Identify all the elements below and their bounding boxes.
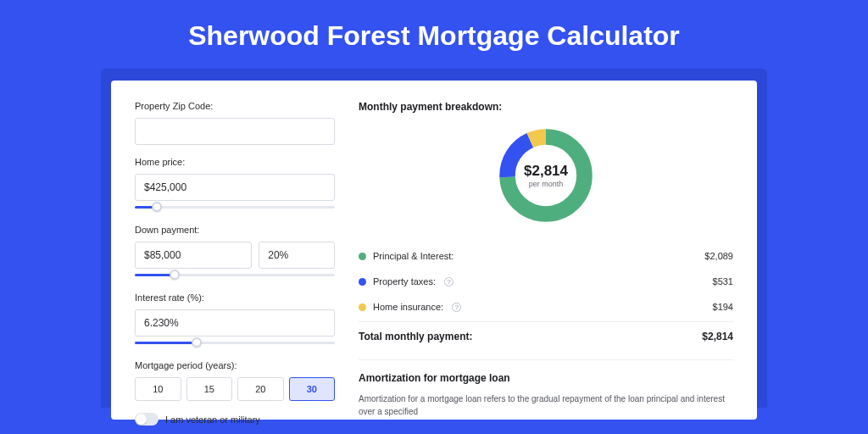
donut-chart: $2,814 per month	[495, 125, 597, 226]
total-value: $2,814	[702, 331, 733, 342]
breakdown-title: Monthly payment breakdown:	[359, 101, 733, 113]
home-price-field: Home price:	[135, 157, 335, 213]
info-icon[interactable]: ?	[452, 303, 461, 312]
veteran-toggle-row: I am veteran or military	[135, 413, 335, 426]
veteran-toggle[interactable]	[135, 413, 159, 426]
calculator-card-stack: Property Zip Code: Home price: Down paym…	[101, 69, 767, 408]
amortization-title: Amortization for mortgage loan	[359, 372, 733, 384]
breakdown-legend: Principal & Interest:$2,089Property taxe…	[359, 243, 733, 320]
donut-sub-label: per month	[529, 180, 564, 188]
amortization-text: Amortization for a mortgage loan refers …	[359, 392, 733, 418]
down-payment-label: Down payment:	[135, 225, 335, 235]
donut-total-amount: $2,814	[524, 163, 568, 180]
donut-chart-wrap: $2,814 per month	[359, 125, 733, 226]
total-label: Total monthly payment:	[359, 331, 472, 342]
period-option-10[interactable]: 10	[135, 377, 181, 401]
calculator-card: Property Zip Code: Home price: Down paym…	[111, 81, 757, 420]
legend-row: Principal & Interest:$2,089	[359, 243, 733, 269]
down-payment-amount-input[interactable]	[135, 242, 252, 269]
legend-label: Principal & Interest:	[373, 251, 453, 261]
form-column: Property Zip Code: Home price: Down paym…	[135, 101, 335, 420]
home-price-input[interactable]	[135, 174, 335, 201]
interest-rate-slider[interactable]	[135, 338, 335, 348]
zip-label: Property Zip Code:	[135, 101, 335, 111]
down-payment-pct-input[interactable]	[259, 242, 335, 269]
legend-value: $2,089	[704, 251, 733, 261]
home-price-slider[interactable]	[135, 203, 335, 213]
veteran-label: I am veteran or military	[165, 415, 260, 425]
page-title: Sherwood Forest Mortgage Calculator	[0, 0, 868, 69]
zip-input[interactable]	[135, 118, 335, 145]
interest-rate-field: Interest rate (%):	[135, 292, 335, 348]
legend-dot	[359, 303, 366, 311]
period-option-30[interactable]: 30	[289, 377, 336, 401]
legend-row: Property taxes:?$531	[359, 269, 733, 294]
info-icon[interactable]: ?	[444, 277, 453, 287]
mortgage-period-label: Mortgage period (years):	[135, 360, 335, 370]
legend-label: Home insurance:	[373, 302, 443, 312]
interest-rate-label: Interest rate (%):	[135, 292, 335, 303]
mortgage-period-field: Mortgage period (years): 10152030	[135, 360, 335, 401]
legend-dot	[359, 253, 366, 260]
down-payment-field: Down payment:	[135, 225, 335, 281]
slider-thumb[interactable]	[152, 202, 162, 212]
legend-value: $194	[713, 302, 733, 312]
period-option-20[interactable]: 20	[237, 377, 284, 401]
home-price-label: Home price:	[135, 157, 335, 167]
breakdown-column: Monthly payment breakdown: $2,814 per mo…	[359, 101, 733, 420]
legend-value: $531	[713, 276, 733, 287]
legend-label: Property taxes:	[373, 276, 436, 287]
period-option-15[interactable]: 15	[186, 377, 233, 401]
zip-field: Property Zip Code:	[135, 101, 335, 145]
legend-dot	[359, 278, 366, 286]
legend-row: Home insurance:?$194	[359, 294, 733, 320]
down-payment-slider[interactable]	[135, 270, 335, 281]
slider-thumb[interactable]	[170, 270, 180, 280]
interest-rate-input[interactable]	[135, 309, 335, 337]
slider-thumb[interactable]	[192, 337, 202, 348]
total-row: Total monthly payment: $2,814	[359, 321, 733, 354]
amortization-section: Amortization for mortgage loan Amortizat…	[359, 359, 733, 418]
mortgage-period-options: 10152030	[135, 377, 335, 401]
